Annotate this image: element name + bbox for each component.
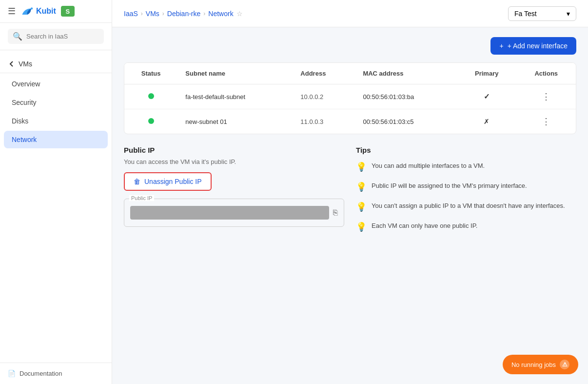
search-area: 🔍 — [0, 23, 112, 50]
row1-status — [124, 84, 177, 109]
bottom-section: Public IP You can access the VM via it's… — [124, 146, 576, 241]
no-running-jobs-notification[interactable]: No running jobs ⚠ — [503, 355, 578, 374]
sidebar-item-network[interactable]: Network — [4, 131, 108, 148]
topbar-right: Fa Test ▾ — [508, 6, 576, 21]
breadcrumb-sep-3: › — [203, 10, 205, 17]
bulb-icon-3: 💡 — [356, 202, 367, 212]
row2-status — [124, 109, 177, 134]
add-interface-label: + Add new interface — [508, 42, 568, 50]
favorite-star-icon[interactable]: ☆ — [236, 10, 243, 18]
tip-text-1: You can add multiple interfaces to a VM. — [372, 161, 485, 171]
col-primary: Primary — [457, 63, 517, 84]
trash-icon: 🗑 — [134, 178, 140, 185]
col-mac: MAC address — [355, 63, 457, 84]
x-mark-icon: ✗ — [484, 118, 490, 125]
checkmark-icon: ✓ — [484, 92, 490, 101]
ip-field-inner: ⎘ — [130, 206, 338, 220]
breadcrumb: IaaS › VMs › Debian-rke › Network ☆ — [124, 10, 243, 18]
plus-icon: + — [499, 42, 503, 50]
breadcrumb-sep-2: › — [162, 10, 164, 17]
sidebar-nav: VMs Overview Security Disks Network — [0, 50, 112, 363]
tips-title: Tips — [356, 146, 576, 154]
public-ip-desc: You can access the VM via it's public IP… — [124, 158, 344, 165]
back-arrow-icon — [8, 60, 16, 68]
logo-kubit: Kubit — [20, 6, 56, 17]
add-interface-button[interactable]: + + Add new interface — [490, 37, 576, 55]
sidebar-item-disks[interactable]: Disks — [4, 112, 108, 130]
project-name: Fa Test — [514, 10, 537, 18]
public-ip-section: Public IP You can access the VM via it's… — [124, 146, 344, 241]
sidebar: ☰ Kubit S 🔍 VMs Overview Security — [0, 0, 112, 384]
breadcrumb-vms[interactable]: VMs — [146, 10, 159, 18]
public-ip-field: Public IP ⎘ — [124, 199, 344, 227]
search-box: 🔍 — [8, 29, 104, 44]
back-label: VMs — [19, 60, 32, 68]
notification-label: No running jobs — [511, 361, 556, 368]
row1-more-icon[interactable]: ⋮ — [542, 92, 551, 101]
sidebar-item-label: Network — [12, 136, 37, 143]
status-dot-green — [148, 93, 154, 99]
tip-text-3: You can't assign a public IP to a VM tha… — [372, 201, 565, 211]
sidebar-header: ☰ Kubit S — [0, 0, 112, 23]
main-area: IaaS › VMs › Debian-rke › Network ☆ Fa T… — [112, 0, 588, 384]
topbar: IaaS › VMs › Debian-rke › Network ☆ Fa T… — [112, 0, 588, 27]
col-subnet: Subnet name — [177, 63, 293, 84]
row1-subnet: fa-test-default-subnet — [177, 84, 293, 109]
tip-text-4: Each VM can only have one public IP. — [372, 221, 477, 231]
sidebar-item-security[interactable]: Security — [4, 94, 108, 111]
documentation-link[interactable]: 📄 Documentation — [0, 363, 112, 384]
breadcrumb-network: Network — [208, 10, 233, 18]
tip-item-2: 💡 Public IP will be assigned to the VM's… — [356, 181, 576, 192]
tip-text-2: Public IP will be assigned to the VM's p… — [372, 181, 527, 191]
row1-actions[interactable]: ⋮ — [517, 84, 576, 109]
bulb-icon-4: 💡 — [356, 222, 367, 232]
tips-section: Tips 💡 You can add multiple interfaces t… — [356, 146, 576, 241]
row2-more-icon[interactable]: ⋮ — [542, 117, 551, 126]
public-ip-title: Public IP — [124, 146, 344, 154]
logo-text: Kubit — [36, 7, 56, 16]
project-selector[interactable]: Fa Test ▾ — [508, 6, 576, 21]
hamburger-icon[interactable]: ☰ — [8, 6, 16, 17]
row2-primary: ✗ — [457, 109, 517, 134]
unassign-public-ip-button[interactable]: 🗑 Unassign Public IP — [124, 172, 212, 191]
breadcrumb-debian[interactable]: Debian-rke — [167, 10, 200, 18]
tip-item-4: 💡 Each VM can only have one public IP. — [356, 221, 576, 232]
tip-item-1: 💡 You can add multiple interfaces to a V… — [356, 161, 576, 172]
sidebar-item-label: Disks — [12, 117, 28, 125]
col-actions: Actions — [517, 63, 576, 84]
search-icon: 🔍 — [13, 32, 22, 41]
interfaces-table: Status Subnet name Address MAC address P… — [124, 62, 576, 134]
row1-address: 10.0.0.2 — [293, 84, 355, 109]
breadcrumb-sep-1: › — [141, 10, 143, 17]
chevron-down-icon: ▾ — [567, 10, 570, 18]
kubit-logo-icon — [20, 6, 34, 17]
secondary-logo: S — [61, 6, 75, 17]
doc-label: Documentation — [20, 370, 62, 377]
row1-mac: 00:50:56:01:03:ba — [355, 84, 457, 109]
bulb-icon-1: 💡 — [356, 162, 367, 172]
bulb-icon-2: 💡 — [356, 182, 367, 192]
row1-primary: ✓ — [457, 84, 517, 109]
row2-actions[interactable]: ⋮ — [517, 109, 576, 134]
content-area: + + Add new interface Status Subnet name… — [112, 27, 588, 384]
sidebar-item-label: Security — [12, 99, 37, 106]
sidebar-item-label: Overview — [12, 80, 40, 88]
col-status: Status — [124, 63, 177, 84]
search-input[interactable] — [26, 33, 99, 40]
table-row: fa-test-default-subnet 10.0.0.2 00:50:56… — [124, 84, 576, 109]
ip-field-label: Public IP — [129, 195, 154, 201]
tip-item-3: 💡 You can't assign a public IP to a VM t… — [356, 201, 576, 212]
row2-address: 11.0.0.3 — [293, 109, 355, 134]
col-address: Address — [293, 63, 355, 84]
status-dot-green — [148, 118, 154, 124]
back-to-vms[interactable]: VMs — [0, 55, 112, 73]
svg-point-0 — [31, 7, 33, 9]
copy-icon[interactable]: ⎘ — [333, 208, 338, 217]
table-row: new-subnet 01 11.0.0.3 00:50:56:01:03:c5… — [124, 109, 576, 134]
sidebar-item-overview[interactable]: Overview — [4, 75, 108, 93]
row2-subnet: new-subnet 01 — [177, 109, 293, 134]
unassign-label: Unassign Public IP — [144, 178, 202, 185]
doc-icon: 📄 — [8, 370, 16, 377]
warning-icon: ⚠ — [560, 360, 569, 369]
breadcrumb-iaas[interactable]: IaaS — [124, 10, 138, 18]
